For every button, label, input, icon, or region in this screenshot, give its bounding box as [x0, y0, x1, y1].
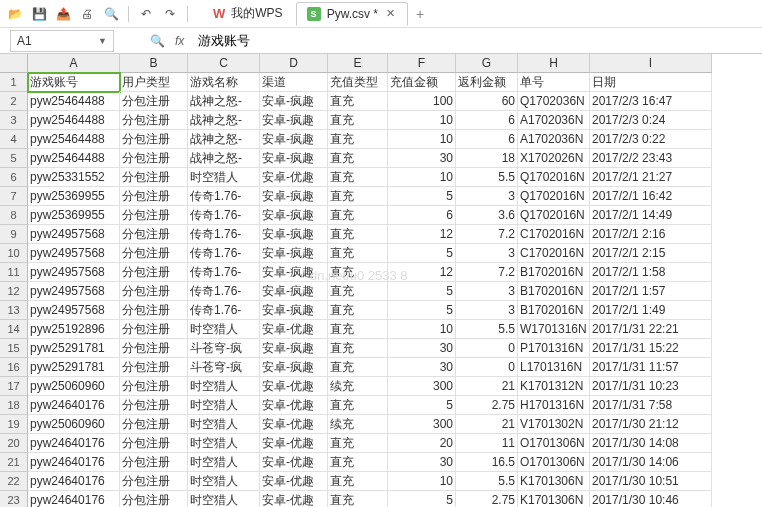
row-header[interactable]: 7: [0, 187, 28, 206]
cell[interactable]: 直充: [328, 225, 388, 244]
cell[interactable]: pyw24640176: [28, 434, 120, 453]
cell[interactable]: 安卓-疯趣: [260, 263, 328, 282]
cell[interactable]: 安卓-疯趣: [260, 187, 328, 206]
cell[interactable]: 5: [388, 244, 456, 263]
cell[interactable]: 2017/2/1 2:16: [590, 225, 712, 244]
cell[interactable]: B1702016N: [518, 301, 590, 320]
cell[interactable]: 时空猎人: [188, 396, 260, 415]
cell[interactable]: 10: [388, 320, 456, 339]
cell[interactable]: 战神之怒-: [188, 149, 260, 168]
cell[interactable]: 2017/1/30 10:46: [590, 491, 712, 507]
cell[interactable]: pyw25369955: [28, 187, 120, 206]
column-header-F[interactable]: F: [388, 54, 456, 73]
cell[interactable]: 2017/2/3 0:24: [590, 111, 712, 130]
cell[interactable]: pyw24957568: [28, 282, 120, 301]
cell[interactable]: 安卓-疯趣: [260, 206, 328, 225]
name-box[interactable]: A1 ▼: [10, 30, 114, 52]
cell[interactable]: 传奇1.76-: [188, 244, 260, 263]
cell[interactable]: 5: [388, 396, 456, 415]
cell[interactable]: 5.5: [456, 320, 518, 339]
add-tab-button[interactable]: +: [410, 6, 430, 22]
cell[interactable]: 直充: [328, 187, 388, 206]
cell[interactable]: 安卓-疯趣: [260, 339, 328, 358]
cell[interactable]: 续充: [328, 377, 388, 396]
cell[interactable]: 时空猎人: [188, 472, 260, 491]
cell[interactable]: 2017/2/1 21:27: [590, 168, 712, 187]
cell[interactable]: P1701316N: [518, 339, 590, 358]
redo-icon[interactable]: ↷: [159, 3, 181, 25]
cell[interactable]: 安卓-疯趣: [260, 358, 328, 377]
cell[interactable]: 2017/2/1 1:49: [590, 301, 712, 320]
cell[interactable]: pyw25464488: [28, 149, 120, 168]
cell[interactable]: 战神之怒-: [188, 111, 260, 130]
row-header[interactable]: 9: [0, 225, 28, 244]
cell[interactable]: 直充: [328, 130, 388, 149]
column-header-A[interactable]: A: [28, 54, 120, 73]
cell[interactable]: 时空猎人: [188, 453, 260, 472]
cell[interactable]: 100: [388, 92, 456, 111]
row-header[interactable]: 11: [0, 263, 28, 282]
cell[interactable]: 直充: [328, 396, 388, 415]
cell[interactable]: 7.2: [456, 263, 518, 282]
cell[interactable]: 3: [456, 282, 518, 301]
tab-wps-home[interactable]: W 我的WPS: [202, 2, 294, 26]
cell[interactable]: 10: [388, 472, 456, 491]
cell[interactable]: 时空猎人: [188, 320, 260, 339]
row-header[interactable]: 17: [0, 377, 28, 396]
cell[interactable]: 分包注册: [120, 415, 188, 434]
cell[interactable]: 2017/1/31 22:21: [590, 320, 712, 339]
cell[interactable]: 2017/2/1 14:49: [590, 206, 712, 225]
column-header-B[interactable]: B: [120, 54, 188, 73]
cell[interactable]: 30: [388, 358, 456, 377]
cell[interactable]: pyw25291781: [28, 339, 120, 358]
cell[interactable]: 分包注册: [120, 377, 188, 396]
cell[interactable]: 分包注册: [120, 225, 188, 244]
cell[interactable]: 分包注册: [120, 301, 188, 320]
cell[interactable]: 5.5: [456, 168, 518, 187]
row-header[interactable]: 8: [0, 206, 28, 225]
cell[interactable]: 12: [388, 225, 456, 244]
column-header-E[interactable]: E: [328, 54, 388, 73]
cell[interactable]: 3: [456, 301, 518, 320]
cell[interactable]: K1701306N: [518, 472, 590, 491]
cell[interactable]: Q1702016N: [518, 206, 590, 225]
cell[interactable]: 300: [388, 415, 456, 434]
cell[interactable]: 分包注册: [120, 453, 188, 472]
cell[interactable]: 斗苍穹-疯: [188, 358, 260, 377]
cell[interactable]: V1701302N: [518, 415, 590, 434]
row-header[interactable]: 5: [0, 149, 28, 168]
cell[interactable]: 直充: [328, 339, 388, 358]
header-cell[interactable]: 日期: [590, 73, 712, 92]
cell[interactable]: 10: [388, 130, 456, 149]
cell[interactable]: 2017/1/31 11:57: [590, 358, 712, 377]
cell[interactable]: 安卓-疯趣: [260, 225, 328, 244]
cell[interactable]: 直充: [328, 168, 388, 187]
cell[interactable]: pyw25192896: [28, 320, 120, 339]
cell[interactable]: 战神之怒-: [188, 92, 260, 111]
row-header[interactable]: 23: [0, 491, 28, 507]
cell[interactable]: 2017/1/30 10:51: [590, 472, 712, 491]
cell[interactable]: 分包注册: [120, 339, 188, 358]
print-icon[interactable]: 🖨: [76, 3, 98, 25]
cell[interactable]: 分包注册: [120, 187, 188, 206]
cell[interactable]: 分包注册: [120, 358, 188, 377]
cell[interactable]: 分包注册: [120, 130, 188, 149]
fx-icon[interactable]: fx: [175, 34, 184, 48]
cell[interactable]: B1702016N: [518, 263, 590, 282]
cell[interactable]: 安卓-优趣: [260, 415, 328, 434]
cell[interactable]: 2017/2/2 23:43: [590, 149, 712, 168]
cell[interactable]: 10: [388, 111, 456, 130]
cell[interactable]: 2.75: [456, 491, 518, 507]
cell[interactable]: 分包注册: [120, 263, 188, 282]
cell[interactable]: Q1702036N: [518, 92, 590, 111]
cell[interactable]: 传奇1.76-: [188, 301, 260, 320]
open-icon[interactable]: 📂: [4, 3, 26, 25]
cell[interactable]: 7.2: [456, 225, 518, 244]
cell[interactable]: 安卓-疯趣: [260, 92, 328, 111]
cell[interactable]: 直充: [328, 453, 388, 472]
cell[interactable]: A1702036N: [518, 130, 590, 149]
save-icon[interactable]: 💾: [28, 3, 50, 25]
cell[interactable]: pyw25464488: [28, 92, 120, 111]
cell[interactable]: 6: [456, 130, 518, 149]
cell[interactable]: 分包注册: [120, 320, 188, 339]
